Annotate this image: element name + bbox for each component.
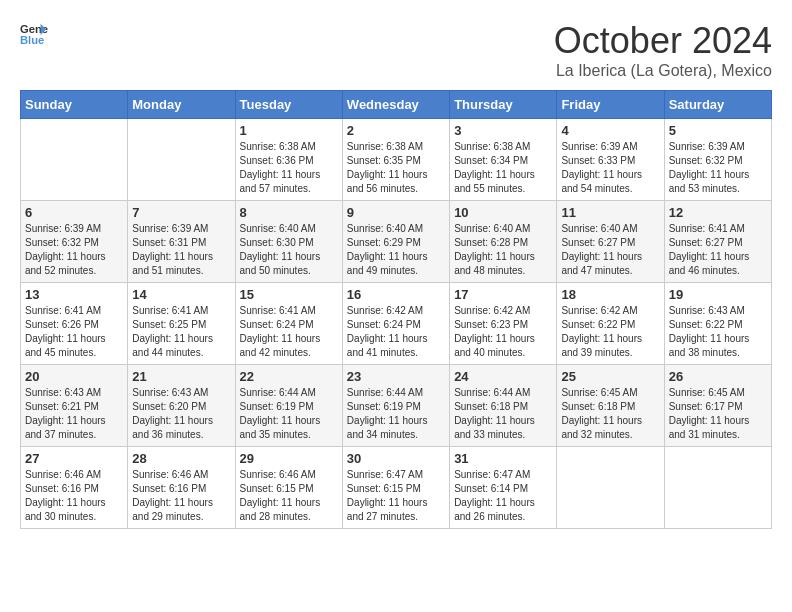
day-info: Sunrise: 6:45 AMSunset: 6:17 PMDaylight:… — [669, 386, 767, 442]
day-number: 20 — [25, 369, 123, 384]
day-header-tuesday: Tuesday — [235, 91, 342, 119]
calendar-cell: 2Sunrise: 6:38 AMSunset: 6:35 PMDaylight… — [342, 119, 449, 201]
day-number: 13 — [25, 287, 123, 302]
calendar-cell: 17Sunrise: 6:42 AMSunset: 6:23 PMDayligh… — [450, 283, 557, 365]
day-header-saturday: Saturday — [664, 91, 771, 119]
day-number: 1 — [240, 123, 338, 138]
calendar-cell: 12Sunrise: 6:41 AMSunset: 6:27 PMDayligh… — [664, 201, 771, 283]
month-title: October 2024 — [554, 20, 772, 62]
calendar-cell: 5Sunrise: 6:39 AMSunset: 6:32 PMDaylight… — [664, 119, 771, 201]
day-info: Sunrise: 6:38 AMSunset: 6:35 PMDaylight:… — [347, 140, 445, 196]
calendar-cell: 31Sunrise: 6:47 AMSunset: 6:14 PMDayligh… — [450, 447, 557, 529]
day-info: Sunrise: 6:42 AMSunset: 6:24 PMDaylight:… — [347, 304, 445, 360]
day-number: 17 — [454, 287, 552, 302]
day-info: Sunrise: 6:39 AMSunset: 6:32 PMDaylight:… — [669, 140, 767, 196]
day-number: 6 — [25, 205, 123, 220]
day-number: 29 — [240, 451, 338, 466]
day-number: 9 — [347, 205, 445, 220]
day-info: Sunrise: 6:43 AMSunset: 6:20 PMDaylight:… — [132, 386, 230, 442]
calendar-cell: 15Sunrise: 6:41 AMSunset: 6:24 PMDayligh… — [235, 283, 342, 365]
day-info: Sunrise: 6:43 AMSunset: 6:22 PMDaylight:… — [669, 304, 767, 360]
logo-icon: General Blue — [20, 20, 48, 48]
day-number: 26 — [669, 369, 767, 384]
calendar-body: 1Sunrise: 6:38 AMSunset: 6:36 PMDaylight… — [21, 119, 772, 529]
day-info: Sunrise: 6:45 AMSunset: 6:18 PMDaylight:… — [561, 386, 659, 442]
day-number: 25 — [561, 369, 659, 384]
week-row-4: 27Sunrise: 6:46 AMSunset: 6:16 PMDayligh… — [21, 447, 772, 529]
day-info: Sunrise: 6:44 AMSunset: 6:19 PMDaylight:… — [240, 386, 338, 442]
day-number: 18 — [561, 287, 659, 302]
calendar-cell: 8Sunrise: 6:40 AMSunset: 6:30 PMDaylight… — [235, 201, 342, 283]
calendar-cell: 9Sunrise: 6:40 AMSunset: 6:29 PMDaylight… — [342, 201, 449, 283]
calendar-cell: 13Sunrise: 6:41 AMSunset: 6:26 PMDayligh… — [21, 283, 128, 365]
day-number: 11 — [561, 205, 659, 220]
calendar-header-row: SundayMondayTuesdayWednesdayThursdayFrid… — [21, 91, 772, 119]
day-info: Sunrise: 6:40 AMSunset: 6:27 PMDaylight:… — [561, 222, 659, 278]
calendar-cell: 20Sunrise: 6:43 AMSunset: 6:21 PMDayligh… — [21, 365, 128, 447]
calendar-cell: 14Sunrise: 6:41 AMSunset: 6:25 PMDayligh… — [128, 283, 235, 365]
calendar-cell: 26Sunrise: 6:45 AMSunset: 6:17 PMDayligh… — [664, 365, 771, 447]
day-info: Sunrise: 6:40 AMSunset: 6:29 PMDaylight:… — [347, 222, 445, 278]
calendar-cell: 1Sunrise: 6:38 AMSunset: 6:36 PMDaylight… — [235, 119, 342, 201]
day-info: Sunrise: 6:46 AMSunset: 6:16 PMDaylight:… — [132, 468, 230, 524]
location-title: La Iberica (La Gotera), Mexico — [554, 62, 772, 80]
day-header-monday: Monday — [128, 91, 235, 119]
day-number: 8 — [240, 205, 338, 220]
day-number: 30 — [347, 451, 445, 466]
day-number: 28 — [132, 451, 230, 466]
day-info: Sunrise: 6:40 AMSunset: 6:28 PMDaylight:… — [454, 222, 552, 278]
calendar-cell: 4Sunrise: 6:39 AMSunset: 6:33 PMDaylight… — [557, 119, 664, 201]
day-number: 4 — [561, 123, 659, 138]
day-info: Sunrise: 6:46 AMSunset: 6:16 PMDaylight:… — [25, 468, 123, 524]
day-number: 21 — [132, 369, 230, 384]
title-area: October 2024 La Iberica (La Gotera), Mex… — [554, 20, 772, 80]
day-number: 23 — [347, 369, 445, 384]
week-row-2: 13Sunrise: 6:41 AMSunset: 6:26 PMDayligh… — [21, 283, 772, 365]
header: General Blue October 2024 La Iberica (La… — [20, 20, 772, 80]
day-info: Sunrise: 6:39 AMSunset: 6:31 PMDaylight:… — [132, 222, 230, 278]
day-number: 16 — [347, 287, 445, 302]
calendar-cell: 11Sunrise: 6:40 AMSunset: 6:27 PMDayligh… — [557, 201, 664, 283]
day-number: 12 — [669, 205, 767, 220]
calendar-cell: 7Sunrise: 6:39 AMSunset: 6:31 PMDaylight… — [128, 201, 235, 283]
calendar-cell — [557, 447, 664, 529]
day-header-wednesday: Wednesday — [342, 91, 449, 119]
calendar-table: SundayMondayTuesdayWednesdayThursdayFrid… — [20, 90, 772, 529]
calendar-cell: 22Sunrise: 6:44 AMSunset: 6:19 PMDayligh… — [235, 365, 342, 447]
day-number: 24 — [454, 369, 552, 384]
logo: General Blue — [20, 20, 48, 48]
day-info: Sunrise: 6:47 AMSunset: 6:15 PMDaylight:… — [347, 468, 445, 524]
day-header-thursday: Thursday — [450, 91, 557, 119]
day-info: Sunrise: 6:41 AMSunset: 6:27 PMDaylight:… — [669, 222, 767, 278]
day-number: 3 — [454, 123, 552, 138]
calendar-cell: 21Sunrise: 6:43 AMSunset: 6:20 PMDayligh… — [128, 365, 235, 447]
calendar-cell: 27Sunrise: 6:46 AMSunset: 6:16 PMDayligh… — [21, 447, 128, 529]
week-row-3: 20Sunrise: 6:43 AMSunset: 6:21 PMDayligh… — [21, 365, 772, 447]
calendar-cell: 24Sunrise: 6:44 AMSunset: 6:18 PMDayligh… — [450, 365, 557, 447]
calendar-cell: 6Sunrise: 6:39 AMSunset: 6:32 PMDaylight… — [21, 201, 128, 283]
day-info: Sunrise: 6:41 AMSunset: 6:26 PMDaylight:… — [25, 304, 123, 360]
day-info: Sunrise: 6:40 AMSunset: 6:30 PMDaylight:… — [240, 222, 338, 278]
calendar-cell: 25Sunrise: 6:45 AMSunset: 6:18 PMDayligh… — [557, 365, 664, 447]
week-row-1: 6Sunrise: 6:39 AMSunset: 6:32 PMDaylight… — [21, 201, 772, 283]
day-info: Sunrise: 6:44 AMSunset: 6:18 PMDaylight:… — [454, 386, 552, 442]
day-info: Sunrise: 6:47 AMSunset: 6:14 PMDaylight:… — [454, 468, 552, 524]
calendar-cell — [21, 119, 128, 201]
day-info: Sunrise: 6:39 AMSunset: 6:33 PMDaylight:… — [561, 140, 659, 196]
calendar-cell — [664, 447, 771, 529]
day-info: Sunrise: 6:41 AMSunset: 6:24 PMDaylight:… — [240, 304, 338, 360]
day-info: Sunrise: 6:42 AMSunset: 6:22 PMDaylight:… — [561, 304, 659, 360]
day-info: Sunrise: 6:41 AMSunset: 6:25 PMDaylight:… — [132, 304, 230, 360]
day-info: Sunrise: 6:42 AMSunset: 6:23 PMDaylight:… — [454, 304, 552, 360]
calendar-cell: 16Sunrise: 6:42 AMSunset: 6:24 PMDayligh… — [342, 283, 449, 365]
calendar-cell: 29Sunrise: 6:46 AMSunset: 6:15 PMDayligh… — [235, 447, 342, 529]
day-number: 31 — [454, 451, 552, 466]
day-number: 19 — [669, 287, 767, 302]
week-row-0: 1Sunrise: 6:38 AMSunset: 6:36 PMDaylight… — [21, 119, 772, 201]
svg-text:Blue: Blue — [20, 34, 44, 46]
day-number: 15 — [240, 287, 338, 302]
day-number: 5 — [669, 123, 767, 138]
day-number: 2 — [347, 123, 445, 138]
calendar-cell — [128, 119, 235, 201]
day-number: 22 — [240, 369, 338, 384]
